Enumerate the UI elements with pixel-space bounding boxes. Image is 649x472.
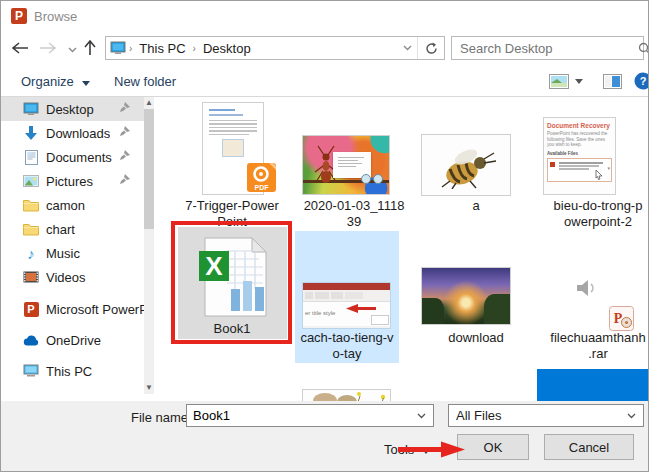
desktop-location-icon [110, 40, 126, 56]
file-label: bieu-do-trong-powerpoint-2 [539, 198, 649, 229]
search-box[interactable] [451, 36, 644, 60]
ok-button[interactable]: OK [457, 434, 529, 460]
sidebar-item-camon[interactable]: camon [1, 193, 144, 217]
doc-recovery-title: Document Recovery [547, 122, 612, 129]
organize-button[interactable]: Organize [21, 74, 90, 89]
music-note-icon: ♪ [23, 245, 39, 261]
this-pc-icon [23, 363, 39, 379]
speaker-icon [576, 279, 598, 297]
annotation-red-box [171, 221, 292, 344]
landscape-photo-thumbnail [421, 267, 511, 325]
sidebar-item-music[interactable]: ♪ Music [1, 241, 144, 265]
file-item-download[interactable]: download [417, 231, 535, 363]
browse-dialog: P Browse › This PC › Desktop [0, 0, 649, 472]
doc-recovery-body: PowerPoint has recovered the following f… [547, 131, 612, 148]
file-name-label: File name: [131, 410, 192, 425]
sidebar-label: Pictures [46, 174, 93, 189]
new-folder-button[interactable]: New folder [114, 74, 176, 89]
sidebar-item-documents[interactable]: Documents [1, 145, 144, 169]
scroll-up-icon[interactable]: ▲ [144, 97, 154, 109]
videos-icon [23, 269, 39, 285]
new-folder-label: New folder [114, 74, 176, 89]
folder-icon [23, 197, 39, 213]
powerpoint-file-badge-icon: P [609, 306, 634, 331]
file-name-dropdown-chevron[interactable] [410, 413, 433, 419]
file-type-select[interactable]: All Files [448, 404, 644, 427]
address-bar[interactable]: › This PC › Desktop [105, 36, 445, 60]
pdf-badge-icon: PDF [247, 163, 276, 192]
sidebar-scrollbar-thumb[interactable] [144, 109, 154, 229]
sidebar-label: camon [46, 198, 85, 213]
sidebar-item-chart[interactable]: chart [1, 217, 144, 241]
file-label: download [417, 330, 535, 346]
sidebar-label: This PC [46, 364, 92, 379]
file-item-cach-tao-tieng-vo-tay[interactable]: er title style cach-tao-tieng-vo-tay [295, 231, 399, 363]
breadcrumb-desktop[interactable]: Desktop [197, 37, 257, 59]
sidebar-item-downloads[interactable]: Downloads [1, 121, 144, 145]
up-button[interactable] [79, 37, 101, 59]
partial-thumbnail [302, 389, 391, 401]
breadcrumb-this-pc[interactable]: This PC [133, 37, 191, 59]
pictures-icon [23, 173, 39, 189]
preview-pane-icon [603, 74, 622, 89]
pin-icon [119, 102, 130, 113]
ant-photo-thumbnail [302, 135, 390, 195]
cancel-button[interactable]: Cancel [544, 434, 634, 460]
file-label: cach-tao-tieng-vo-tay [288, 330, 406, 361]
svg-text:?: ? [640, 75, 647, 87]
sidebar-label: Desktop [46, 102, 94, 117]
search-icon[interactable] [638, 37, 649, 59]
file-item-a[interactable]: a [417, 99, 535, 231]
sidebar-item-onedrive[interactable]: OneDrive [1, 328, 144, 352]
sidebar-item-desktop[interactable]: Desktop [1, 97, 144, 121]
file-label: 2020-01-03_111839 [295, 198, 413, 229]
bee-photo-thumbnail [421, 134, 511, 196]
title-bar: P Browse [1, 1, 648, 31]
document-recovery-thumbnail: Document Recovery PowerPoint has recover… [543, 117, 616, 195]
forward-button[interactable] [37, 37, 59, 59]
sidebar-label: Documents [46, 150, 112, 165]
documents-icon [23, 149, 39, 165]
pin-icon [119, 150, 130, 161]
sidebar-label: Downloads [46, 126, 110, 141]
refresh-icon[interactable] [418, 37, 444, 59]
partial-blue-thumbnail [537, 369, 649, 401]
back-button[interactable] [9, 37, 31, 59]
file-label: filechuaamthanh.rar [539, 330, 649, 361]
sidebar-item-this-pc[interactable]: This PC [1, 359, 144, 383]
doc-recovery-subtitle: Available Files [547, 151, 612, 156]
desktop-icon [23, 101, 39, 117]
file-type-dropdown-chevron[interactable] [620, 413, 643, 419]
folder-icon [23, 221, 39, 237]
file-name-input[interactable] [187, 408, 410, 423]
sidebar-item-microsoft-powerpoint[interactable]: P Microsoft PowerP [1, 297, 144, 321]
sidebar-label: Music [46, 246, 80, 261]
slide-text: er title style [305, 310, 335, 316]
sidebar-label: Videos [46, 270, 86, 285]
file-item-filechuaamthanh-rar[interactable]: P filechuaamthanh.rar [539, 231, 649, 363]
change-view-button[interactable] [549, 74, 583, 89]
address-dropdown-chevron[interactable] [397, 37, 417, 59]
sidebar-item-pictures[interactable]: Pictures [1, 169, 144, 193]
downloads-icon [23, 125, 39, 141]
sidebar-item-videos[interactable]: Videos [1, 265, 144, 289]
file-name-combobox[interactable] [186, 404, 434, 427]
file-item-2020-01-03-111839[interactable]: 2020-01-03_111839 [295, 99, 413, 231]
pin-icon [119, 174, 130, 185]
views-dropdown-chevron [575, 79, 583, 84]
help-button[interactable]: ? [634, 72, 649, 90]
scroll-down-icon[interactable]: ▼ [144, 382, 154, 394]
powerpoint-app-icon: P [11, 8, 27, 24]
help-icon: ? [634, 72, 649, 90]
file-item-7-trigger-powerpoint[interactable]: PDF 7-Trigger-PowerPoint [173, 99, 291, 231]
file-item-bieu-do-trong-powerpoint-2[interactable]: Document Recovery PowerPoint has recover… [539, 99, 649, 231]
pdf-badge-label: PDF [247, 184, 276, 191]
pin-icon [119, 126, 130, 137]
file-label: a [417, 198, 535, 214]
sidebar-label: OneDrive [46, 333, 101, 348]
views-icon [549, 74, 569, 89]
preview-pane-button[interactable] [603, 74, 622, 89]
organize-label: Organize [21, 74, 74, 89]
search-input[interactable] [452, 40, 638, 57]
file-type-value: All Files [449, 408, 620, 423]
